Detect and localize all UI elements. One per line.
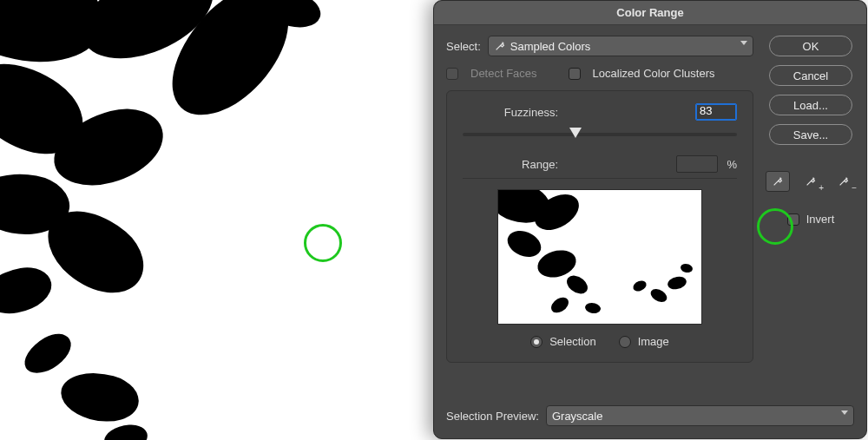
eyedropper-add-tool[interactable]: + (799, 171, 823, 192)
artwork-leaf (0, 263, 56, 318)
selection-preview-label: Selection Preview: (446, 410, 539, 423)
detect-faces-label: Detect Faces (470, 67, 537, 80)
save-button[interactable]: Save... (769, 124, 852, 145)
detect-faces-checkbox (446, 68, 458, 80)
eyedropper-subtract-tool[interactable]: − (832, 171, 856, 192)
ok-button[interactable]: OK (769, 36, 852, 56)
invert-checkbox[interactable] (787, 213, 799, 226)
preview-mode-selection-radio[interactable] (530, 336, 542, 348)
range-unit: % (727, 158, 737, 171)
load-button[interactable]: Load... (769, 95, 852, 115)
preview-mode-selection-label[interactable]: Selection (549, 335, 595, 348)
eyedropper-tool[interactable] (766, 171, 790, 192)
artwork-leaf (56, 364, 143, 430)
preview-mode-image-label[interactable]: Image (638, 335, 669, 348)
artwork-leaf (17, 327, 77, 379)
selection-preview-image[interactable] (497, 189, 702, 325)
artwork-leaf (103, 424, 148, 440)
document-canvas[interactable] (0, 0, 434, 440)
fuzziness-input[interactable]: 83 (695, 103, 737, 121)
eyedropper-icon (805, 175, 817, 187)
fuzziness-slider[interactable] (463, 126, 737, 143)
minus-icon: − (852, 183, 857, 193)
select-label: Select: (446, 40, 481, 53)
preview-mode-image-radio[interactable] (619, 336, 631, 348)
chevron-down-icon (841, 410, 848, 415)
range-label: Range: (463, 158, 558, 171)
invert-label[interactable]: Invert (806, 213, 835, 226)
localized-checkbox[interactable] (569, 68, 581, 80)
select-dropdown[interactable]: Sampled Colors (488, 36, 753, 56)
cancel-button[interactable]: Cancel (769, 65, 852, 86)
slider-track (463, 133, 737, 136)
eyedropper-icon (838, 175, 850, 187)
slider-thumb[interactable] (569, 128, 582, 138)
select-value: Sampled Colors (510, 40, 591, 53)
selection-preview-value: Grayscale (552, 410, 603, 423)
plus-icon: + (819, 183, 824, 193)
eyedropper-icon (772, 175, 784, 187)
localized-label: Localized Color Clusters (593, 67, 715, 80)
range-input (676, 155, 718, 173)
chevron-down-icon (740, 41, 747, 45)
sample-cursor-icon (304, 224, 342, 262)
color-range-dialog: Color Range Select: Sampled Colors Detec… (433, 0, 867, 439)
fuzziness-label: Fuzziness: (463, 106, 558, 119)
dialog-title[interactable]: Color Range (434, 1, 866, 25)
selection-preview-dropdown[interactable]: Grayscale (546, 405, 854, 426)
eyedropper-icon (494, 40, 506, 52)
